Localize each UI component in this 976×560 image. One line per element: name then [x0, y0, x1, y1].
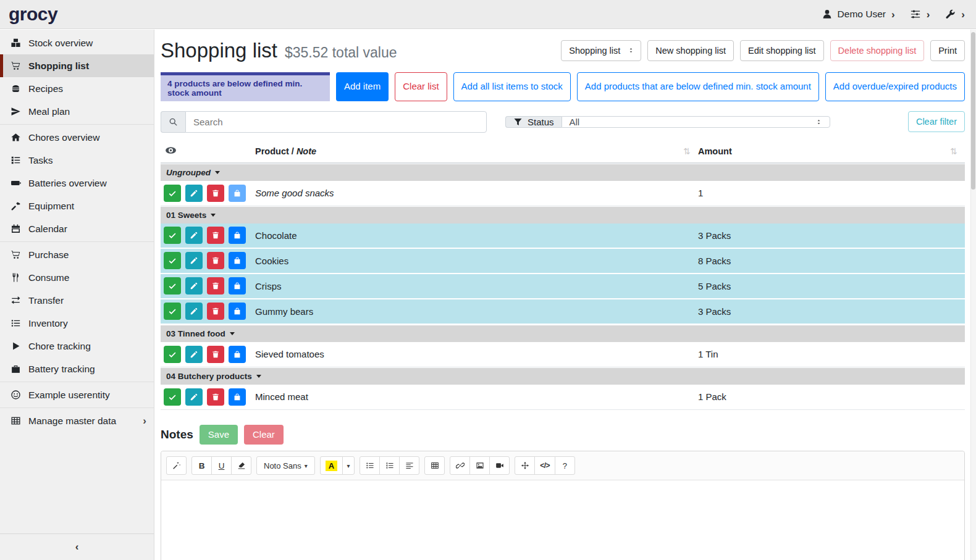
clear-notes-button[interactable]: Clear — [244, 425, 284, 445]
edit-item-button[interactable] — [185, 277, 203, 295]
add-to-stock-button[interactable] — [229, 346, 246, 363]
table-button[interactable] — [424, 456, 445, 475]
product-column-header[interactable]: Product / Note ⇅ — [255, 146, 698, 156]
eraser-button[interactable] — [231, 456, 251, 475]
amount-column-label: Amount — [698, 146, 732, 156]
magic-button[interactable] — [166, 456, 187, 475]
add-item-button[interactable]: Add item — [336, 72, 389, 101]
add-to-stock-button[interactable] — [229, 185, 246, 202]
scrollbar[interactable] — [970, 30, 976, 560]
bold-button[interactable]: B — [191, 456, 212, 475]
edit-item-button[interactable] — [185, 388, 203, 406]
search-input[interactable] — [185, 111, 487, 133]
font-select-button[interactable]: Noto Sans▾ — [256, 456, 315, 475]
mark-done-button[interactable] — [164, 277, 181, 295]
add-to-stock-button[interactable] — [229, 303, 246, 320]
sidebar-item-meal-plan[interactable]: Meal plan — [0, 100, 154, 123]
edit-item-button[interactable] — [185, 303, 203, 320]
total-value: $35.52 total value — [285, 44, 397, 61]
sidebar-item-purchase[interactable]: Purchase — [0, 243, 154, 266]
group-header-04-butchery-products[interactable]: 04 Butchery products — [161, 368, 965, 385]
add-to-stock-button[interactable] — [229, 227, 246, 244]
shopping-list-select[interactable]: Shopping list — [561, 40, 641, 61]
add-overdue-button[interactable]: Add overdue/expired products — [825, 72, 965, 101]
delete-item-button[interactable] — [207, 252, 224, 269]
sidebar-item-recipes[interactable]: Recipes — [0, 77, 154, 100]
add-to-stock-button[interactable] — [229, 388, 246, 406]
delete-item-button[interactable] — [207, 227, 224, 244]
sidebar-item-inventory[interactable]: Inventory — [0, 312, 154, 335]
link-button[interactable] — [450, 456, 470, 475]
add-to-stock-button[interactable] — [229, 252, 246, 269]
video-button[interactable] — [489, 456, 510, 475]
edit-item-button[interactable] — [185, 252, 203, 269]
sidebar-item-calendar[interactable]: Calendar — [0, 217, 154, 240]
delete-item-button[interactable] — [207, 346, 224, 363]
sidebar-item-battery-tracking[interactable]: Battery tracking — [0, 357, 154, 380]
help-button[interactable]: ? — [555, 456, 575, 475]
delete-item-button[interactable] — [207, 277, 224, 295]
delete-item-button[interactable] — [207, 303, 224, 320]
sidebar-item-equipment[interactable]: Equipment — [0, 194, 154, 217]
editor-content[interactable] — [161, 480, 964, 560]
mark-done-button[interactable] — [164, 346, 181, 363]
edit-item-button[interactable] — [185, 185, 203, 202]
sidebar-item-stock-overview[interactable]: Stock overview — [0, 31, 154, 54]
clear-filter-button[interactable]: Clear filter — [908, 111, 965, 132]
delete-shopping-list-button[interactable]: Delete shopping list — [830, 40, 925, 61]
delete-item-button[interactable] — [207, 388, 224, 406]
list-ul-button[interactable] — [360, 456, 380, 475]
scrollbar-thumb[interactable] — [971, 32, 975, 190]
highlight-color-button[interactable]: A — [320, 456, 343, 475]
add-to-stock-button[interactable] — [229, 277, 246, 295]
wrench-icon — [944, 9, 956, 20]
mark-done-button[interactable] — [164, 388, 181, 406]
delete-item-button[interactable] — [207, 185, 224, 202]
sidebar-item-example-userentity[interactable]: Example userentity — [0, 383, 154, 406]
sidebar-item-chore-tracking[interactable]: Chore tracking — [0, 335, 154, 357]
eye-icon[interactable] — [165, 144, 177, 156]
app-logo[interactable]: grocy — [9, 5, 57, 23]
sidebar-item-tasks[interactable]: Tasks — [0, 149, 154, 172]
underline-button[interactable]: U — [211, 456, 232, 475]
group-label: 01 Sweets — [166, 211, 206, 220]
settings-menu[interactable]: › — [910, 9, 930, 20]
new-shopping-list-button[interactable]: New shopping list — [647, 40, 734, 61]
add-all-to-stock-button[interactable]: Add all list items to stock — [453, 72, 571, 101]
expand-button[interactable] — [515, 456, 535, 475]
codeview-button[interactable]: </> — [534, 456, 555, 475]
save-notes-button[interactable]: Save — [200, 425, 238, 445]
mark-done-button[interactable] — [164, 227, 181, 244]
sidebar-item-transfer[interactable]: Transfer — [0, 289, 154, 312]
mark-done-button[interactable] — [164, 252, 181, 269]
admin-menu[interactable]: › — [944, 9, 965, 20]
edit-shopping-list-button[interactable]: Edit shopping list — [740, 40, 824, 61]
trash-icon — [211, 282, 220, 290]
clear-list-button[interactable]: Clear list — [395, 72, 447, 101]
group-header-03-tinned-food[interactable]: 03 Tinned food — [161, 325, 965, 342]
bag-icon — [233, 350, 242, 359]
sidebar-item-consume[interactable]: Consume — [0, 266, 154, 289]
image-button[interactable] — [469, 456, 490, 475]
amount-column-header[interactable]: Amount ⇅ — [698, 146, 965, 156]
list-ol-button[interactable] — [379, 456, 400, 475]
status-select[interactable]: All — [562, 116, 830, 128]
sidebar-item-chores-overview[interactable]: Chores overview — [0, 126, 154, 149]
group-header-01-sweets[interactable]: 01 Sweets — [161, 207, 965, 224]
sidebar-item-manage-master-data[interactable]: Manage master data› — [0, 409, 154, 432]
mark-done-button[interactable] — [164, 303, 181, 320]
edit-item-button[interactable] — [185, 227, 203, 244]
shopping-list-select-value: Shopping list — [569, 46, 620, 56]
sidebar-item-shopping-list[interactable]: Shopping list — [0, 54, 154, 77]
print-button[interactable]: Print — [930, 40, 965, 61]
highlight-color-caret-button[interactable]: ▾ — [342, 456, 355, 475]
align-left-button[interactable] — [399, 456, 419, 475]
sidebar-collapse-button[interactable]: ‹ — [0, 533, 154, 560]
group-header-ungrouped[interactable]: Ungrouped — [161, 164, 965, 181]
edit-item-button[interactable] — [185, 346, 203, 363]
add-below-min-stock-button[interactable]: Add products that are below defined min.… — [577, 72, 819, 101]
mark-done-button[interactable] — [164, 185, 181, 202]
user-menu[interactable]: Demo User › — [822, 9, 895, 20]
sidebar-item-batteries-overview[interactable]: Batteries overview — [0, 172, 154, 194]
below-min-stock-alert[interactable]: 4 products are below defined min. stock … — [161, 72, 330, 101]
